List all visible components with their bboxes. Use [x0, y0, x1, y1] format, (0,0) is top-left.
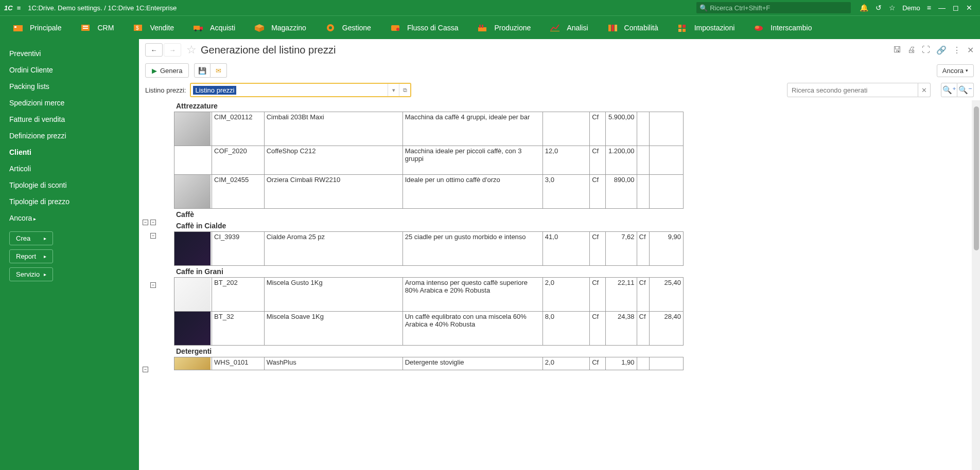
side-ordini[interactable]: Ordini Cliente	[0, 62, 139, 78]
nav-principale[interactable]: Principale	[3, 16, 71, 39]
side-fatture[interactable]: Fatture di vendita	[0, 111, 139, 128]
nav-gestione[interactable]: Gestione	[316, 16, 380, 39]
pricelist-combo[interactable]: Listino prezzi ▾ ⧉	[190, 83, 411, 97]
generate-button[interactable]: ▶ Genera	[145, 63, 189, 78]
cell-price2[interactable]: 9,90	[649, 232, 683, 266]
cell-name[interactable]: WashPlus	[264, 357, 402, 370]
cell-qty[interactable]: 12,0	[542, 146, 589, 175]
cell-name[interactable]: Miscela Soave 1Kg	[264, 312, 402, 346]
cell-name[interactable]: Orziera Cimbali RW2210	[264, 175, 402, 209]
table-row[interactable]: CI_3939 Cialde Aroma 25 pz 25 ciadle per…	[174, 232, 684, 266]
cell-desc[interactable]: 25 ciadle per un gusto morbido e intenso	[402, 232, 542, 266]
cell-unit[interactable]: Cf	[590, 312, 605, 346]
cell-price2[interactable]	[649, 112, 683, 146]
collapser[interactable]: −	[143, 220, 148, 225]
more-icon[interactable]: ⋮	[953, 45, 961, 55]
cell-desc[interactable]: Macchina ideale per piccoli caffè, con 3…	[402, 146, 542, 175]
cell-unit[interactable]: Cf	[590, 357, 605, 370]
cell-name[interactable]: Cimbali 203Bt Maxi	[264, 112, 402, 146]
scrollbar-thumb[interactable]	[974, 106, 979, 250]
cell-name[interactable]: CoffeShop C212	[264, 146, 402, 175]
cell-qty[interactable]: 3,0	[542, 175, 589, 209]
table-row[interactable]: WHS_0101 WashPlus Detergente stoviglie 2…	[174, 357, 684, 370]
history-icon[interactable]: ↺	[876, 4, 882, 12]
side-clienti[interactable]: Clienti	[0, 144, 139, 160]
side-packing[interactable]: Packing lists	[0, 78, 139, 95]
nav-vendite[interactable]: $Vendite	[123, 16, 183, 39]
email-button[interactable]: ✉	[211, 63, 227, 78]
cell-unit[interactable]: Cf	[590, 112, 605, 146]
cell-price[interactable]: 7,62	[605, 232, 637, 266]
cell-price2[interactable]	[649, 175, 683, 209]
cell-unit2[interactable]: Cf	[637, 278, 649, 312]
cell-desc[interactable]: Macchina da caffè 4 gruppi, ideale per b…	[402, 112, 542, 146]
nav-back-button[interactable]: ←	[145, 43, 163, 57]
side-articoli[interactable]: Articoli	[0, 160, 139, 177]
bell-icon[interactable]: 🔔	[860, 4, 868, 12]
cell-code[interactable]: CI_3939	[212, 232, 265, 266]
star-icon[interactable]: ☆	[889, 4, 896, 12]
collapser[interactable]: −	[143, 367, 148, 372]
combo-dropdown-icon[interactable]: ▾	[388, 84, 399, 96]
cell-price[interactable]: 24,38	[605, 312, 637, 346]
cell-price[interactable]: 1.200,00	[605, 146, 637, 175]
cell-unit[interactable]: Cf	[590, 232, 605, 266]
cell-desc[interactable]: Un caffè equlibrato con una miscela 60% …	[402, 312, 542, 346]
nav-magazzino[interactable]: Magazzino	[244, 16, 316, 39]
side-spedizioni[interactable]: Spedizioni merce	[0, 95, 139, 111]
table-row[interactable]: BT_202 Miscela Gusto 1Kg Aroma intenso p…	[174, 278, 684, 312]
cell-desc[interactable]: Ideale per un ottimo caffè d'orzo	[402, 175, 542, 209]
side-tipologie[interactable]: Tipologie di prezzo	[0, 193, 139, 210]
cell-price2[interactable]	[649, 146, 683, 175]
table-row[interactable]: BT_32 Miscela Soave 1Kg Un caffè equlibr…	[174, 312, 684, 346]
favorite-star-icon[interactable]: ☆	[186, 43, 197, 57]
collapser[interactable]: −	[150, 233, 156, 239]
cell-unit2[interactable]	[637, 357, 649, 370]
cell-code[interactable]: BT_202	[212, 278, 265, 312]
side-servizio-button[interactable]: Servizio▸	[9, 267, 53, 281]
close-tab-icon[interactable]: ✕	[967, 45, 974, 55]
collapser[interactable]: −	[150, 220, 156, 225]
cell-price2[interactable]: 28,40	[649, 312, 683, 346]
nav-crm[interactable]: CRM	[71, 16, 123, 39]
combo-open-icon[interactable]: ⧉	[399, 84, 410, 96]
side-sconti[interactable]: Tipologie di sconti	[0, 177, 139, 193]
cell-qty[interactable]: 8,0	[542, 312, 589, 346]
side-defprezzi[interactable]: Definizione prezzi	[0, 128, 139, 144]
nav-impostazioni[interactable]: Impostazioni	[668, 16, 744, 39]
cell-unit[interactable]: Cf	[590, 278, 605, 312]
cell-price[interactable]: 22,11	[605, 278, 637, 312]
settings-icon[interactable]: ≡	[927, 4, 931, 12]
content-search-input[interactable]	[787, 83, 918, 97]
maximize-icon[interactable]: ◻	[953, 4, 959, 12]
cell-code[interactable]: CIM_020112	[212, 112, 265, 146]
side-report-button[interactable]: Report▸	[9, 249, 53, 263]
cell-price[interactable]: 890,00	[605, 175, 637, 209]
cell-price2[interactable]: 25,40	[649, 278, 683, 312]
close-icon[interactable]: ✕	[966, 4, 972, 12]
cell-qty[interactable]: 2,0	[542, 278, 589, 312]
cell-name[interactable]: Cialde Aroma 25 pz	[264, 232, 402, 266]
cell-qty[interactable]	[542, 112, 589, 146]
cell-price[interactable]: 5.900,00	[605, 112, 637, 146]
cell-code[interactable]: COF_2020	[212, 146, 265, 175]
nav-contabilita[interactable]: Contabilità	[598, 16, 668, 39]
cell-code[interactable]: CIM_02455	[212, 175, 265, 209]
user-name[interactable]: Demo	[902, 4, 920, 12]
link-icon[interactable]: 🔗	[936, 45, 947, 55]
cell-unit[interactable]: Cf	[590, 175, 605, 209]
nav-produzione[interactable]: Produzione	[467, 16, 540, 39]
cell-unit2[interactable]	[637, 146, 649, 175]
zoom-in-button[interactable]: 🔍⁺	[941, 83, 957, 97]
side-ancora[interactable]: Ancora	[0, 210, 139, 226]
cell-name[interactable]: Miscela Gusto 1Kg	[264, 278, 402, 312]
nav-interscambio[interactable]: Interscambio	[744, 16, 821, 39]
cell-desc[interactable]: Detergente stoviglie	[402, 357, 542, 370]
table-row[interactable]: CIM_020112 Cimbali 203Bt Maxi Macchina d…	[174, 112, 684, 146]
print-icon[interactable]: 🖨	[907, 45, 916, 55]
main-menu-icon[interactable]: ≡	[17, 4, 21, 12]
table-row[interactable]: COF_2020 CoffeShop C212 Macchina ideale …	[174, 146, 684, 175]
cell-unit2[interactable]: Cf	[637, 312, 649, 346]
preview-icon[interactable]: ⛶	[922, 45, 930, 55]
cell-code[interactable]: BT_32	[212, 312, 265, 346]
